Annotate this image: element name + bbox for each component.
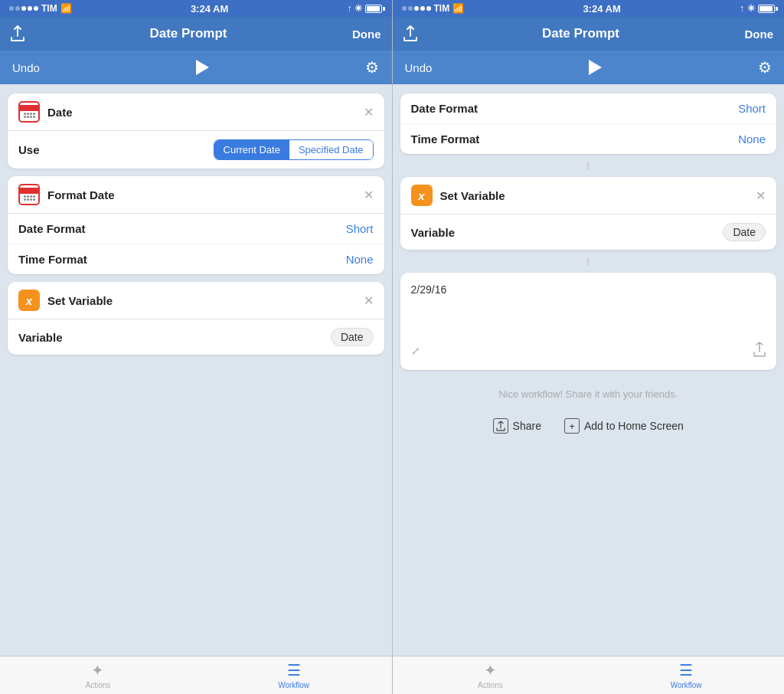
left-date-segmented[interactable]: Current Date Specified Date [214,139,374,160]
left-gear-icon[interactable]: ⚙ [365,58,379,77]
fd6 [27,198,29,201]
right-share-button[interactable] [403,25,417,42]
left-time-format-row[interactable]: Time Format None [8,244,384,274]
right-status-bar: TIM 📶 3:24 AM ↑ ✳ [393,0,785,17]
right-actions-label: Actions [478,681,503,689]
left-date-card-title: Date [47,106,356,119]
right-workflow-icon: ☰ [679,661,693,679]
rs3 [414,6,419,11]
left-panel: TIM 📶 3:24 AM ↑ ✳ Date Prompt Done Undo … [0,0,393,694]
right-result-card: 2/29/16 ⤢ [400,273,777,370]
fd4 [33,195,35,198]
right-tab-workflow[interactable]: ☰ Workflow [588,656,784,694]
left-date-format-label: Date Format [18,222,86,235]
left-status-bar: TIM 📶 3:24 AM ↑ ✳ [0,0,392,17]
right-signal-dots [402,6,431,11]
right-share-prompt: Nice workflow! Share it with your friend… [393,378,785,404]
right-date-format-label: Date Format [411,102,479,115]
right-carrier-label: TIM [434,3,450,14]
left-undo-button[interactable]: Undo [12,61,40,74]
left-seg-current[interactable]: Current Date [214,140,289,159]
right-gear-icon[interactable]: ⚙ [758,58,772,77]
left-var-icon: x [18,290,40,311]
right-set-var-header: x Set Variable ✕ [400,177,777,214]
right-result-footer: ⤢ [411,342,766,359]
right-tab-actions[interactable]: ✦ Actions [393,656,589,694]
left-seg-specified[interactable]: Specified Date [289,140,373,159]
right-time-format-row[interactable]: Time Format None [400,124,777,154]
left-play-button[interactable] [196,60,209,75]
right-variable-row[interactable]: Variable Date [400,214,777,250]
left-time-format-label: Time Format [18,253,87,266]
left-format-date-close[interactable]: ✕ [364,188,374,202]
left-time-format-value: None [346,253,374,266]
right-set-variable-card: x Set Variable ✕ Variable Date [400,177,777,250]
right-wifi-icon: 📶 [452,3,464,14]
right-connector-1 [587,162,589,169]
left-variable-row[interactable]: Variable Date [8,319,384,355]
right-panel: TIM 📶 3:24 AM ↑ ✳ Date Prompt Done Undo … [393,0,785,694]
left-set-var-header: x Set Variable ✕ [8,282,384,319]
right-add-home-button[interactable]: + Add to Home Screen [564,418,684,434]
right-var-icon: x [411,185,433,206]
right-share-action-icon [493,418,508,434]
left-workflow-label: Workflow [278,681,309,689]
left-format-date-header: Format Date ✕ [8,176,384,214]
rs2 [408,6,413,11]
left-toolbar: Undo ⚙ [0,51,392,84]
d6 [27,116,29,118]
fd7 [30,198,32,201]
right-date-format-value: Short [738,102,766,115]
signal-dot-1 [9,6,14,11]
right-add-home-label: Add to Home Screen [584,420,684,432]
fd5 [24,198,26,201]
right-done-button[interactable]: Done [744,28,773,41]
d8 [33,116,35,118]
left-share-button[interactable] [11,25,24,42]
right-add-home-icon: + [564,418,580,434]
left-format-date-card: Format Date ✕ Date Format Short Time For… [8,176,384,274]
left-set-var-close[interactable]: ✕ [364,293,374,308]
left-tab-actions[interactable]: ✦ Actions [0,656,196,694]
fd2 [27,195,29,198]
fd8 [33,198,35,201]
right-share-actions: Share + Add to Home Screen [393,412,785,444]
right-share-button-action[interactable]: Share [493,418,541,434]
fd1 [24,195,26,198]
left-date-card-close[interactable]: ✕ [364,105,374,119]
right-format-section: Date Format Short Time Format None [400,93,777,154]
fdate-icon-top [20,188,38,194]
left-actions-label: Actions [85,681,110,689]
d5 [24,116,26,118]
left-date-card-header: Date ✕ [8,93,384,131]
right-bluetooth-icon: ✳ [747,3,755,14]
left-use-label: Use [18,143,40,156]
right-nav-title: Date Prompt [542,26,619,41]
right-expand-icon[interactable]: ⤢ [411,345,420,357]
right-set-var-close[interactable]: ✕ [756,188,766,203]
d7 [30,116,32,118]
right-status-right: ↑ ✳ [740,3,775,14]
left-done-button[interactable]: Done [352,28,381,41]
left-set-variable-card: x Set Variable ✕ Variable Date [8,282,384,355]
left-tab-bar: ✦ Actions ☰ Workflow [0,656,392,694]
right-play-button[interactable] [589,60,602,75]
battery-fill [367,6,380,11]
left-date-use-row: Use Current Date Specified Date [8,131,384,169]
right-undo-button[interactable]: Undo [405,61,433,74]
left-date-format-row[interactable]: Date Format Short [8,214,384,244]
right-tab-bar: ✦ Actions ☰ Workflow [393,656,785,694]
right-variable-badge: Date [723,223,766,241]
left-content: Date ✕ Use Current Date Specified Date [0,84,392,656]
right-workflow-label: Workflow [671,681,702,689]
left-variable-label: Variable [18,331,63,344]
left-nav-bar: Date Prompt Done [0,17,392,51]
right-date-format-row[interactable]: Date Format Short [400,93,777,124]
signal-dot-5 [34,6,38,11]
right-result-share-icon[interactable] [753,342,766,359]
left-tab-workflow[interactable]: ☰ Workflow [196,656,392,694]
right-toolbar: Undo ⚙ [393,51,785,84]
right-location-icon: ↑ [740,3,744,14]
left-format-date-title: Format Date [47,188,356,201]
right-battery-icon [758,5,775,13]
